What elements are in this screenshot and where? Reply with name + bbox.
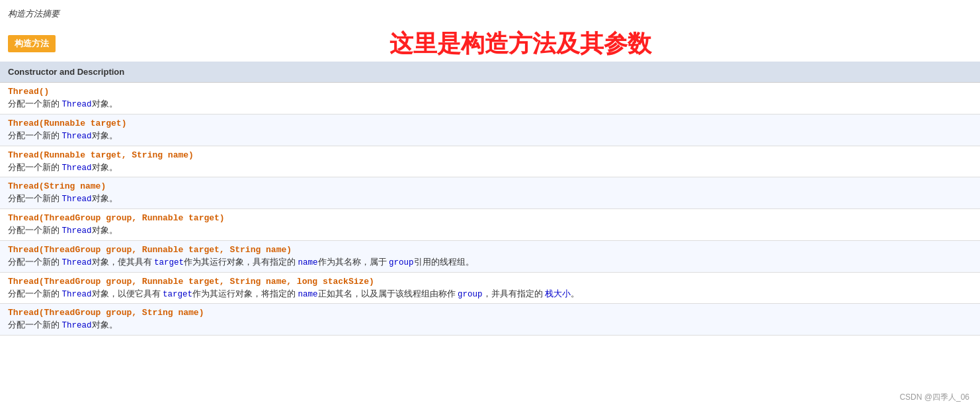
inline-code: Thread (61, 163, 91, 173)
method-name: Thread(Runnable target, String name) (8, 150, 972, 160)
constructor-cell: Thread(ThreadGroup group, String name)分配… (0, 304, 980, 336)
method-name: Thread(ThreadGroup group, Runnable targe… (8, 213, 972, 223)
table-row: Thread(ThreadGroup group, Runnable targe… (0, 240, 980, 272)
constructor-cell: Thread(ThreadGroup group, Runnable targe… (0, 272, 980, 304)
inline-code: Thread (61, 195, 91, 204)
table-row: Thread(Runnable target, String name)分配一个… (0, 146, 980, 177)
method-name: Thread() (8, 87, 972, 97)
method-name: Thread(String name) (8, 181, 972, 191)
method-desc: 分配一个新的 Thread对象。 (8, 224, 972, 238)
method-desc: 分配一个新的 Thread对象，使其具有 target作为其运行对象，具有指定的… (8, 256, 972, 269)
inline-code: Thread (61, 321, 91, 330)
method-name: Thread(Runnable target) (8, 118, 972, 128)
method-desc: 分配一个新的 Thread对象，以便它具有 target作为其运行对象，将指定的… (8, 288, 972, 301)
method-name: Thread(ThreadGroup group, String name) (8, 308, 972, 318)
table-row: Thread(ThreadGroup group, Runnable targe… (0, 209, 980, 241)
table-row: Thread(Runnable target)分配一个新的 Thread对象。 (0, 114, 980, 146)
watermark: CSDN @四季人_06 (899, 392, 969, 403)
table-row: Thread(ThreadGroup group, Runnable targe… (0, 272, 980, 304)
table-row: Thread()分配一个新的 Thread对象。 (0, 83, 980, 114)
constructor-cell: Thread(ThreadGroup group, Runnable targe… (0, 209, 980, 241)
inline-code: Thread (61, 132, 91, 141)
constructor-cell: Thread(String name)分配一个新的 Thread对象。 (0, 177, 980, 209)
method-desc: 分配一个新的 Thread对象。 (8, 161, 972, 175)
method-name: Thread(ThreadGroup group, Runnable targe… (8, 245, 972, 255)
table-row: Thread(String name)分配一个新的 Thread对象。 (0, 177, 980, 209)
constructor-cell: Thread(Runnable target)分配一个新的 Thread对象。 (0, 114, 980, 146)
inline-code: 栈大小 (545, 290, 571, 299)
inline-code: target (154, 258, 184, 267)
constructor-cell: Thread()分配一个新的 Thread对象。 (0, 83, 980, 114)
method-desc: 分配一个新的 Thread对象。 (8, 193, 972, 206)
constructor-cell: Thread(Runnable target, String name)分配一个… (0, 146, 980, 177)
big-title: 这里是构造方法及其参数 (69, 29, 972, 58)
method-name: Thread(ThreadGroup group, Runnable targe… (8, 277, 972, 287)
table-header-cell: Constructor and Description (0, 62, 980, 83)
inline-code: Thread (61, 290, 91, 299)
inline-code: name (298, 290, 317, 299)
page-wrapper: 构造方法摘要 构造方法 这里是构造方法及其参数 Constructor and … (0, 0, 980, 336)
table-row: Thread(ThreadGroup group, String name)分配… (0, 304, 980, 336)
table-header-row: Constructor and Description (0, 62, 980, 83)
inline-code: group (458, 290, 483, 299)
method-desc: 分配一个新的 Thread对象。 (8, 319, 972, 332)
method-desc: 分配一个新的 Thread对象。 (8, 130, 972, 143)
inline-code: group (389, 258, 414, 267)
constructor-cell: Thread(ThreadGroup group, Runnable targe… (0, 240, 980, 272)
inline-code: Thread (61, 258, 91, 267)
inline-code: Thread (61, 226, 91, 236)
inline-code: name (298, 258, 317, 267)
constructor-table: Constructor and Description Thread()分配一个… (0, 62, 980, 336)
inline-code: target (163, 290, 192, 299)
inline-code: Thread (61, 100, 91, 109)
page-title: 构造方法摘要 (0, 5, 980, 25)
section-header-bar: 构造方法 这里是构造方法及其参数 (0, 25, 980, 62)
constructor-badge: 构造方法 (8, 35, 56, 52)
method-desc: 分配一个新的 Thread对象。 (8, 98, 972, 111)
